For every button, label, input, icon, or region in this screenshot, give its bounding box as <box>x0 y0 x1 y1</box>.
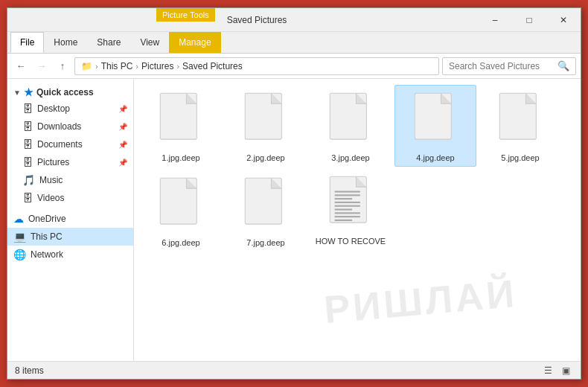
svg-rect-20 <box>335 205 360 207</box>
sidebar-item-desktop[interactable]: 🗄 Desktop 📌 <box>7 100 133 118</box>
titlebar: Picture Tools Saved Pictures – □ ✕ <box>7 8 581 32</box>
file-item-6[interactable]: 7.jpg.deep <box>225 170 307 252</box>
svg-rect-18 <box>335 198 352 199</box>
pictures-label: Pictures <box>37 157 69 167</box>
downloads-icon: 🗄 <box>22 121 33 132</box>
window-title: Saved Pictures <box>7 8 506 32</box>
pin-icon-2: 📌 <box>118 123 127 131</box>
tab-home[interactable]: Home <box>44 32 87 53</box>
maximize-button[interactable]: □ <box>512 8 546 32</box>
file-icon-5 <box>154 175 208 234</box>
view-controls: ☰ ▣ <box>540 363 573 378</box>
close-button[interactable]: ✕ <box>546 8 581 32</box>
tab-share[interactable]: Share <box>87 32 130 53</box>
tab-file[interactable]: File <box>10 32 44 53</box>
file-name-7: HOW TO RECOVER ENCRYPTED FILES.TXT <box>313 236 388 248</box>
watermark: РИШЛАЙ <box>266 266 575 337</box>
file-name-2: 3.jpg.deep <box>331 153 369 163</box>
search-input[interactable] <box>449 61 557 71</box>
main-content: ▼ ★ Quick access 🗄 Desktop 📌 🗄 Downloads… <box>7 79 581 361</box>
file-name-1: 2.jpg.deep <box>246 153 284 163</box>
file-name-5: 6.jpg.deep <box>162 237 199 248</box>
minimize-button[interactable]: – <box>478 8 512 32</box>
pin-icon-3: 📌 <box>118 141 127 149</box>
sidebar-item-pictures[interactable]: 🗄 Pictures 📌 <box>7 153 133 171</box>
documents-label: Documents <box>37 139 83 150</box>
sidebar-item-music[interactable]: 🎵 Music <box>7 171 133 189</box>
star-icon: ★ <box>24 86 33 98</box>
svg-rect-16 <box>335 191 360 192</box>
onedrive-icon: ☁ <box>13 213 24 225</box>
file-item-1[interactable]: 2.jpg.deep <box>225 85 307 167</box>
path-saved-pictures: Saved Pictures <box>182 61 243 71</box>
svg-rect-24 <box>335 220 352 221</box>
documents-icon: 🗄 <box>22 138 33 150</box>
tab-manage[interactable]: Manage <box>169 32 220 53</box>
file-item-4[interactable]: 5.jpg.deep <box>479 85 561 167</box>
computer-icon: 💻 <box>13 231 26 243</box>
file-icon-3 <box>409 90 462 150</box>
quick-access-arrow: ▼ <box>13 89 21 97</box>
sidebar-item-documents[interactable]: 🗄 Documents 📌 <box>7 135 133 153</box>
statusbar: 8 items ☰ ▣ <box>7 361 581 379</box>
picture-tools-label: Picture Tools <box>156 8 215 22</box>
path-pictures: Pictures <box>141 61 173 71</box>
path-thispc-label: This PC <box>101 61 133 71</box>
sidebar-item-thispc[interactable]: 💻 This PC <box>7 228 133 246</box>
quick-access-label: Quick access <box>36 87 94 97</box>
file-item-2[interactable]: 3.jpg.deep <box>310 85 392 167</box>
svg-rect-21 <box>335 208 352 210</box>
details-view-button[interactable]: ☰ <box>540 363 555 378</box>
file-area: РИШЛАЙ 1.jpg.deep2.jpg.deep3.jpg.deep4.j… <box>134 79 581 361</box>
svg-rect-22 <box>335 212 360 214</box>
tab-view[interactable]: View <box>130 32 169 53</box>
file-icon-2 <box>324 90 377 150</box>
network-label: Network <box>31 249 63 260</box>
onedrive-label: OneDrive <box>28 214 66 224</box>
videos-label: Videos <box>37 193 64 203</box>
downloads-label: Downloads <box>37 121 81 132</box>
svg-rect-17 <box>335 194 360 196</box>
search-box[interactable]: 🔍 <box>442 57 576 75</box>
file-name-6: 7.jpg.deep <box>246 237 284 248</box>
up-button[interactable]: ↑ <box>54 57 71 75</box>
large-icons-view-button[interactable]: ▣ <box>558 363 573 378</box>
quick-access-header[interactable]: ▼ ★ Quick access <box>7 82 133 100</box>
music-label: Music <box>39 175 63 185</box>
item-count: 8 items <box>15 365 44 376</box>
address-path[interactable]: 📁 › This PC › Pictures › Saved Pictures <box>74 57 439 75</box>
file-icon-1 <box>239 90 293 150</box>
file-name-3: 4.jpg.deep <box>416 153 454 163</box>
thispc-label: This PC <box>31 231 63 242</box>
sidebar-item-videos[interactable]: 🗄 Videos <box>7 189 133 207</box>
svg-rect-19 <box>335 202 360 203</box>
pin-icon-4: 📌 <box>118 159 127 167</box>
pictures-icon: 🗄 <box>22 156 33 168</box>
sidebar-item-downloads[interactable]: 🗄 Downloads 📌 <box>7 118 133 135</box>
sidebar-item-onedrive[interactable]: ☁ OneDrive <box>7 210 133 228</box>
file-item-5[interactable]: 6.jpg.deep <box>140 170 222 252</box>
network-icon: 🌐 <box>13 249 26 260</box>
file-item-0[interactable]: 1.jpg.deep <box>140 85 222 167</box>
music-icon: 🎵 <box>22 174 35 186</box>
forward-button[interactable]: → <box>33 57 51 75</box>
file-item-7[interactable]: HOW TO RECOVER ENCRYPTED FILES.TXT <box>310 170 392 252</box>
back-button[interactable]: ← <box>12 57 30 75</box>
file-icon-4 <box>493 90 547 150</box>
file-item-3[interactable]: 4.jpg.deep <box>394 85 476 167</box>
file-name-0: 1.jpg.deep <box>162 153 199 163</box>
explorer-window: Picture Tools Saved Pictures – □ ✕ File … <box>7 7 581 380</box>
window-controls: – □ ✕ <box>478 8 581 31</box>
desktop-icon: 🗄 <box>22 103 33 115</box>
ribbon-tabs: File Home Share View Manage <box>7 32 581 54</box>
file-icon-7 <box>324 173 377 233</box>
videos-icon: 🗄 <box>22 192 33 204</box>
addressbar: ← → ↑ 📁 › This PC › Pictures › Saved Pic… <box>7 54 581 79</box>
path-thispc: 📁 <box>81 61 92 71</box>
file-icon-0 <box>154 90 208 150</box>
pin-icon: 📌 <box>118 105 127 113</box>
sidebar-item-network[interactable]: 🌐 Network <box>7 246 133 263</box>
svg-rect-23 <box>335 216 360 217</box>
sidebar: ▼ ★ Quick access 🗄 Desktop 📌 🗄 Downloads… <box>7 79 134 361</box>
file-icon-6 <box>239 175 293 234</box>
